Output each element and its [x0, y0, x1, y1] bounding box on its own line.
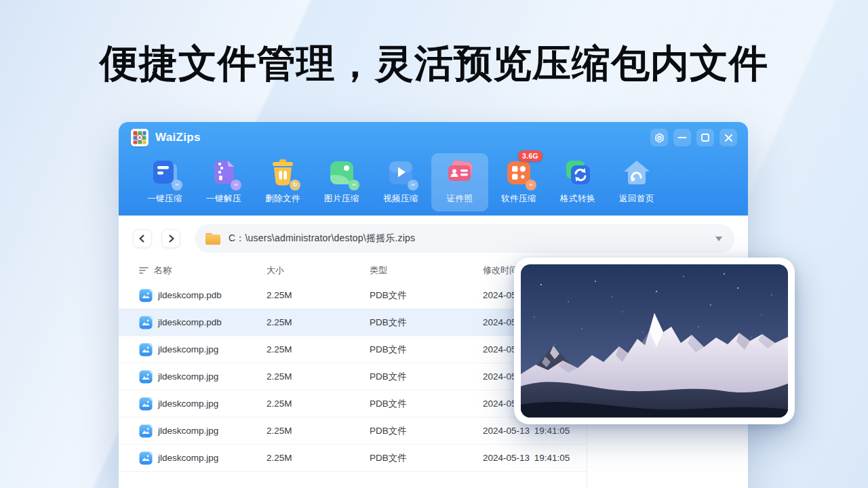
video-compress-icon: ›‹: [385, 157, 416, 188]
close-icon[interactable]: [719, 129, 737, 146]
current-path: C：\users\administrator\destop\摇摇乐.zips: [229, 232, 415, 245]
app-title: WaiZips: [155, 131, 201, 144]
mountain-photo-preview: [521, 264, 788, 418]
toolbar-item-software-compress[interactable]: 3.6G ›‹ 软件压缩: [490, 153, 547, 211]
file-name: jldeskcomp.jpg: [158, 344, 218, 354]
file-size: 2.25M: [267, 290, 370, 300]
minimize-icon[interactable]: [673, 129, 691, 146]
maximize-icon[interactable]: [696, 129, 714, 146]
id-photo-icon: [444, 157, 475, 188]
window-header: WaiZips: [119, 122, 748, 216]
file-type: PDB文件: [370, 371, 483, 383]
file-modified: 2024-05-13 19:41:05: [483, 453, 587, 463]
window-controls: [650, 129, 737, 146]
compress-arrows-badge-icon: ›‹: [526, 180, 536, 190]
file-size: 2.25M: [267, 317, 370, 327]
toolbar-item-image-compress[interactable]: ›‹ 图片压缩: [313, 153, 370, 211]
file-size: 2.25M: [267, 426, 370, 436]
file-size: 2.25M: [267, 371, 370, 382]
image-file-icon: [139, 397, 153, 411]
page-title: 便捷文件管理，灵活预览压缩包内文件: [0, 38, 868, 90]
one-click-compress-icon: ›‹: [149, 157, 180, 188]
page: 便捷文件管理，灵活预览压缩包内文件: [0, 0, 868, 488]
compress-arrows-badge-icon: ›‹: [408, 180, 418, 190]
file-name: jldeskcomp.jpg: [158, 453, 218, 463]
navigation-bar: C：\users\administrator\destop\摇摇乐.zips: [119, 216, 748, 253]
column-header-type[interactable]: 类型: [370, 264, 483, 277]
forward-button[interactable]: [161, 229, 180, 248]
file-size: 2.25M: [267, 344, 370, 354]
app-logo-icon: [131, 129, 149, 146]
compress-arrows-badge-icon: ›‹: [172, 180, 182, 190]
file-type: PDB文件: [370, 425, 483, 437]
file-size: 2.25M: [267, 453, 370, 463]
toolbar-item-format-convert[interactable]: 格式转换: [549, 153, 606, 211]
file-type: PDB文件: [370, 317, 483, 329]
file-type: PDB文件: [370, 289, 483, 302]
size-badge: 3.6G: [518, 150, 542, 161]
toolbar-item-one-click-extract[interactable]: ‹› 一键解压: [195, 153, 252, 211]
extract-arrows-badge-icon: ‹›: [231, 180, 241, 190]
chevron-down-icon[interactable]: [715, 237, 722, 241]
file-type: PDB文件: [370, 398, 483, 410]
format-convert-icon: [562, 157, 593, 188]
file-size: 2.25M: [267, 399, 370, 409]
software-compress-icon: 3.6G ›‹: [503, 157, 534, 188]
file-name: jldeskcomp.pdb: [158, 317, 222, 327]
column-header-name[interactable]: 名称: [139, 264, 267, 277]
image-file-icon: [139, 343, 153, 357]
table-row[interactable]: jldeskcomp.jpg 2.25M PDB文件 2024-05-13 19…: [119, 418, 587, 445]
toolbar-item-home[interactable]: 返回首页: [608, 153, 665, 211]
image-file-icon: [139, 370, 153, 384]
file-name: jldeskcomp.jpg: [158, 371, 218, 382]
toolbar-item-video-compress[interactable]: ›‹ 视频压缩: [372, 153, 429, 211]
image-file-icon: [139, 316, 153, 329]
address-bar[interactable]: C：\users\administrator\destop\摇摇乐.zips: [195, 224, 734, 253]
compress-arrows-badge-icon: ›‹: [349, 180, 359, 190]
toolbar: ›‹ 一键压缩 ‹›: [119, 153, 748, 211]
toolbar-item-id-photo[interactable]: 证件照: [431, 153, 488, 211]
column-header-size[interactable]: 大小: [267, 264, 370, 277]
folder-icon: [205, 233, 220, 245]
image-file-icon: [139, 424, 153, 438]
home-icon: [621, 157, 652, 188]
image-file-icon: [139, 289, 153, 302]
file-name: jldeskcomp.pdb: [158, 290, 222, 300]
toolbar-item-one-click-compress[interactable]: ›‹ 一键压缩: [136, 153, 193, 211]
image-preview-popup[interactable]: [514, 258, 795, 424]
delete-file-icon: ↻: [267, 157, 298, 188]
settings-gear-icon[interactable]: [650, 129, 668, 146]
sort-icon: [139, 266, 149, 274]
one-click-extract-icon: ‹›: [208, 157, 239, 188]
file-modified: 2024-05-13 19:41:05: [483, 426, 587, 436]
toolbar-item-delete-file[interactable]: ↻ 删除文件: [254, 153, 311, 211]
image-file-icon: [139, 451, 153, 465]
titlebar: WaiZips: [119, 122, 748, 153]
table-row[interactable]: jldeskcomp.jpg 2.25M PDB文件 2024-05-13 19…: [119, 445, 587, 472]
file-name: jldeskcomp.jpg: [158, 426, 218, 436]
back-button[interactable]: [133, 229, 152, 248]
file-name: jldeskcomp.jpg: [158, 399, 218, 409]
image-compress-icon: ›‹: [326, 157, 357, 188]
file-type: PDB文件: [370, 344, 483, 356]
file-type: PDB文件: [370, 452, 483, 464]
refresh-badge-icon: ↻: [290, 180, 300, 190]
